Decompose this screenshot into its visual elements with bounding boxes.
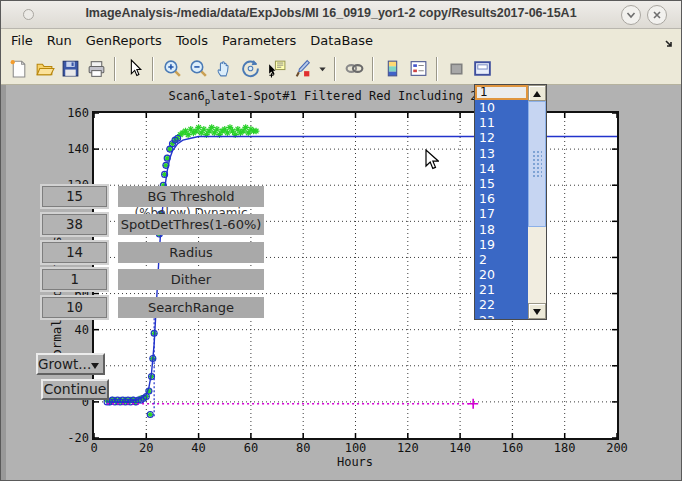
toolbar-separator — [114, 57, 116, 81]
brush-caret-icon[interactable] — [318, 58, 327, 79]
scroll-down-button[interactable] — [528, 303, 546, 319]
bg-threshold-input[interactable]: 15 — [42, 186, 107, 207]
radius-input[interactable]: 14 — [42, 242, 107, 263]
colorbar-icon[interactable] — [382, 58, 403, 79]
menu-bar: FileRunGenReportsToolsParametersDataBase — [1, 29, 681, 54]
window-title: ImageAnalysis-/media/data/ExpJobs/MI 16_… — [41, 6, 621, 20]
save-icon[interactable] — [60, 58, 81, 79]
toolbar-separator — [372, 57, 374, 81]
brush-icon[interactable] — [292, 58, 313, 79]
menu-item-genreports[interactable]: GenReports — [86, 33, 162, 48]
x-tick-label: 100 — [339, 441, 373, 455]
radius-label: Radius — [118, 242, 264, 263]
scrollbar-track[interactable] — [528, 227, 546, 305]
spot-number-listbox: 1 10111213141516171819220212223 — [474, 84, 547, 320]
spot-list-item[interactable]: 11 — [475, 115, 528, 130]
spot-list-item[interactable]: 21 — [475, 282, 528, 297]
scrollbar-grip-icon — [532, 150, 542, 178]
spotdetthres-1-60-label: SpotDetThres(1-60%) — [118, 214, 264, 235]
app-window: ImageAnalysis-/media/data/ExpJobs/MI 16_… — [0, 0, 682, 481]
spot-list-item[interactable]: 19 — [475, 237, 528, 252]
x-tick-label: 60 — [234, 441, 268, 455]
x-tick-label: 140 — [443, 441, 477, 455]
dock-figure-icon[interactable] — [472, 58, 493, 79]
rotate-3d-icon[interactable] — [240, 58, 261, 79]
toolbar — [1, 53, 681, 85]
window-resize-edge[interactable] — [1, 85, 6, 481]
menu-item-parameters[interactable]: Parameters — [222, 33, 296, 48]
toolbar-separator — [152, 57, 154, 81]
x-axis-label: Hours — [325, 455, 385, 469]
searchrange-label: SearchRange — [118, 297, 264, 318]
spot-list-item[interactable]: 13 — [475, 146, 528, 161]
spot-list-item[interactable]: 22 — [475, 297, 528, 312]
x-tick-label: 200 — [600, 441, 634, 455]
legend-icon[interactable] — [408, 58, 429, 79]
close-icon — [651, 9, 663, 21]
open-folder-icon[interactable] — [34, 58, 55, 79]
spot-list-item[interactable]: 10 — [475, 100, 528, 115]
y-tick-label: -20 — [45, 431, 89, 445]
spot-list-item[interactable]: 12 — [475, 130, 528, 145]
close-button[interactable] — [647, 5, 667, 25]
window-menu-icon[interactable] — [23, 9, 34, 20]
bg-threshold-label: BG Threshold — [118, 186, 264, 207]
menu-item-file[interactable]: File — [11, 33, 33, 48]
pointer-icon[interactable] — [124, 58, 145, 79]
window-titlebar: ImageAnalysis-/media/data/ExpJobs/MI 16_… — [1, 1, 681, 29]
print-icon[interactable] — [86, 58, 107, 79]
continue-button[interactable]: Continue — [41, 379, 109, 400]
toolbar-separator — [436, 57, 438, 81]
link-plots-icon[interactable] — [344, 58, 365, 79]
spot-list-item[interactable]: 18 — [475, 222, 528, 237]
dither-input[interactable]: 1 — [42, 269, 107, 290]
menu-item-database[interactable]: DataBase — [310, 33, 373, 48]
scrollbar-thumb[interactable] — [528, 101, 546, 227]
triangle-up-icon — [533, 91, 541, 97]
spot-list-item[interactable]: 2 — [475, 252, 528, 267]
growth-dropdown-button[interactable]: Growt... — [36, 353, 105, 375]
chevron-down-icon — [91, 363, 99, 369]
zoom-out-icon[interactable] — [188, 58, 209, 79]
menu-item-run[interactable]: Run — [47, 33, 72, 48]
y-tick-label: 140 — [45, 142, 89, 156]
x-tick-label: 160 — [495, 441, 529, 455]
pan-icon[interactable] — [214, 58, 235, 79]
y-tick-label: 40 — [45, 323, 89, 337]
spot-number-list: 10111213141516171819220212223 — [475, 100, 528, 319]
toolbar-separator — [334, 57, 336, 81]
x-tick-label: 120 — [391, 441, 425, 455]
dither-label: Dither — [118, 269, 264, 290]
menubar-overflow-icon[interactable] — [664, 35, 675, 54]
shade-button[interactable] — [621, 5, 641, 25]
spot-list-item[interactable]: 23 — [475, 313, 528, 319]
spot-list-item[interactable]: 16 — [475, 191, 528, 206]
new-document-icon[interactable] — [8, 58, 29, 79]
plot-tools-off-icon[interactable] — [446, 58, 467, 79]
zoom-in-icon[interactable] — [162, 58, 183, 79]
scroll-up-button[interactable] — [528, 85, 546, 101]
spotdetthres-1-60-input[interactable]: 38 — [42, 214, 107, 235]
menu-item-tools[interactable]: Tools — [176, 33, 208, 48]
spot-number-value[interactable]: 1 — [475, 85, 528, 100]
y-tick-label: 160 — [45, 106, 89, 120]
triangle-down-icon — [533, 309, 541, 315]
searchrange-input[interactable]: 10 — [42, 297, 107, 318]
x-tick-label: 80 — [286, 441, 320, 455]
spot-list-item[interactable]: 15 — [475, 176, 528, 191]
spot-list-item[interactable]: 17 — [475, 206, 528, 221]
mouse-cursor — [425, 149, 439, 170]
data-cursor-icon[interactable] — [266, 58, 287, 79]
x-tick-label: 40 — [182, 441, 216, 455]
x-tick-label: 20 — [129, 441, 163, 455]
chevron-down-icon — [625, 9, 637, 21]
spot-list-item[interactable]: 14 — [475, 161, 528, 176]
x-tick-label: 180 — [548, 441, 582, 455]
spot-list-item[interactable]: 20 — [475, 267, 528, 282]
